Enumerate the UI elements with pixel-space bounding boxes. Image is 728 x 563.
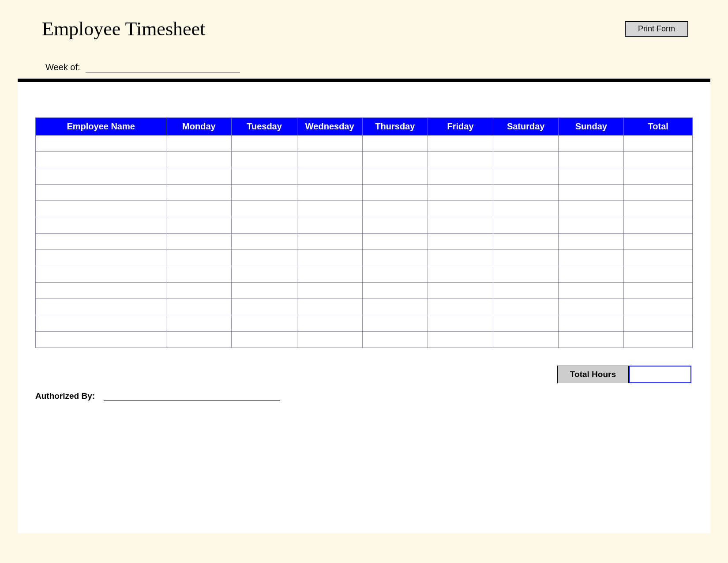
table-cell-input[interactable] [36, 315, 166, 331]
table-cell-input[interactable] [493, 185, 558, 200]
table-cell-input[interactable] [297, 185, 362, 200]
table-cell-input[interactable] [166, 217, 231, 233]
table-cell-input[interactable] [363, 250, 428, 266]
table-cell-input[interactable] [363, 332, 428, 348]
table-cell-input[interactable] [232, 283, 296, 299]
table-cell-input[interactable] [297, 201, 362, 217]
table-cell-input[interactable] [36, 299, 166, 315]
table-cell-input[interactable] [36, 234, 166, 249]
table-cell-input[interactable] [232, 136, 296, 151]
table-cell-input[interactable] [559, 136, 623, 151]
table-cell-input[interactable] [36, 266, 166, 282]
table-cell-input[interactable] [363, 315, 428, 331]
table-cell-input[interactable] [297, 332, 362, 348]
table-cell-input[interactable] [559, 332, 623, 348]
table-cell-input[interactable] [297, 152, 362, 168]
table-cell-input[interactable] [297, 299, 362, 315]
table-cell-input[interactable] [363, 283, 428, 299]
table-cell-input[interactable] [493, 299, 558, 315]
table-cell-input[interactable] [166, 299, 231, 315]
table-cell-input[interactable] [166, 250, 231, 266]
table-cell-input[interactable] [232, 185, 296, 200]
table-cell-input[interactable] [232, 168, 296, 184]
table-cell-input[interactable] [166, 315, 231, 331]
table-cell-input[interactable] [559, 152, 623, 168]
table-cell-input[interactable] [166, 234, 231, 249]
table-cell-input[interactable] [493, 201, 558, 217]
table-cell-input[interactable] [493, 136, 558, 151]
table-cell-input[interactable] [363, 136, 428, 151]
table-cell-input[interactable] [428, 185, 493, 200]
table-cell-input[interactable] [36, 136, 166, 151]
authorized-by-input[interactable] [104, 391, 280, 401]
table-cell-input[interactable] [493, 250, 558, 266]
table-cell-input[interactable] [36, 185, 166, 200]
table-cell-input[interactable] [624, 168, 692, 184]
print-form-button[interactable]: Print Form [625, 21, 688, 37]
table-cell-input[interactable] [493, 217, 558, 233]
table-cell-input[interactable] [624, 136, 692, 151]
table-cell-input[interactable] [559, 234, 623, 249]
table-cell-input[interactable] [428, 217, 493, 233]
total-hours-input[interactable] [630, 370, 690, 379]
table-cell-input[interactable] [166, 168, 231, 184]
table-cell-input[interactable] [624, 250, 692, 266]
table-cell-input[interactable] [297, 266, 362, 282]
table-cell-input[interactable] [559, 250, 623, 266]
table-cell-input[interactable] [166, 332, 231, 348]
table-cell-input[interactable] [428, 168, 493, 184]
table-cell-input[interactable] [297, 250, 362, 266]
table-cell-input[interactable] [363, 201, 428, 217]
table-cell-input[interactable] [232, 266, 296, 282]
table-cell-input[interactable] [166, 136, 231, 151]
table-cell-input[interactable] [624, 332, 692, 348]
table-cell-input[interactable] [297, 315, 362, 331]
table-cell-input[interactable] [428, 250, 493, 266]
table-cell-input[interactable] [428, 315, 493, 331]
table-cell-input[interactable] [297, 217, 362, 233]
table-cell-input[interactable] [363, 299, 428, 315]
table-cell-input[interactable] [493, 234, 558, 249]
table-cell-input[interactable] [297, 168, 362, 184]
table-cell-input[interactable] [624, 299, 692, 315]
table-cell-input[interactable] [559, 283, 623, 299]
table-cell-input[interactable] [624, 217, 692, 233]
table-cell-input[interactable] [428, 266, 493, 282]
table-cell-input[interactable] [232, 299, 296, 315]
table-cell-input[interactable] [559, 266, 623, 282]
table-cell-input[interactable] [559, 201, 623, 217]
table-cell-input[interactable] [428, 234, 493, 249]
table-cell-input[interactable] [363, 217, 428, 233]
table-cell-input[interactable] [624, 201, 692, 217]
table-cell-input[interactable] [166, 266, 231, 282]
table-cell-input[interactable] [493, 266, 558, 282]
table-cell-input[interactable] [624, 152, 692, 168]
table-cell-input[interactable] [232, 250, 296, 266]
table-cell-input[interactable] [36, 152, 166, 168]
table-cell-input[interactable] [428, 299, 493, 315]
table-cell-input[interactable] [624, 234, 692, 249]
table-cell-input[interactable] [428, 136, 493, 151]
table-cell-input[interactable] [36, 168, 166, 184]
table-cell-input[interactable] [297, 136, 362, 151]
table-cell-input[interactable] [232, 201, 296, 217]
table-cell-input[interactable] [166, 185, 231, 200]
table-cell-input[interactable] [232, 152, 296, 168]
table-cell-input[interactable] [232, 234, 296, 249]
table-cell-input[interactable] [232, 217, 296, 233]
table-cell-input[interactable] [428, 201, 493, 217]
table-cell-input[interactable] [559, 168, 623, 184]
table-cell-input[interactable] [297, 234, 362, 249]
week-of-input[interactable] [86, 63, 240, 72]
table-cell-input[interactable] [166, 201, 231, 217]
table-cell-input[interactable] [493, 283, 558, 299]
table-cell-input[interactable] [36, 250, 166, 266]
table-cell-input[interactable] [363, 185, 428, 200]
table-cell-input[interactable] [363, 168, 428, 184]
table-cell-input[interactable] [493, 168, 558, 184]
table-cell-input[interactable] [624, 266, 692, 282]
table-cell-input[interactable] [493, 152, 558, 168]
table-cell-input[interactable] [428, 332, 493, 348]
table-cell-input[interactable] [363, 266, 428, 282]
table-cell-input[interactable] [363, 152, 428, 168]
